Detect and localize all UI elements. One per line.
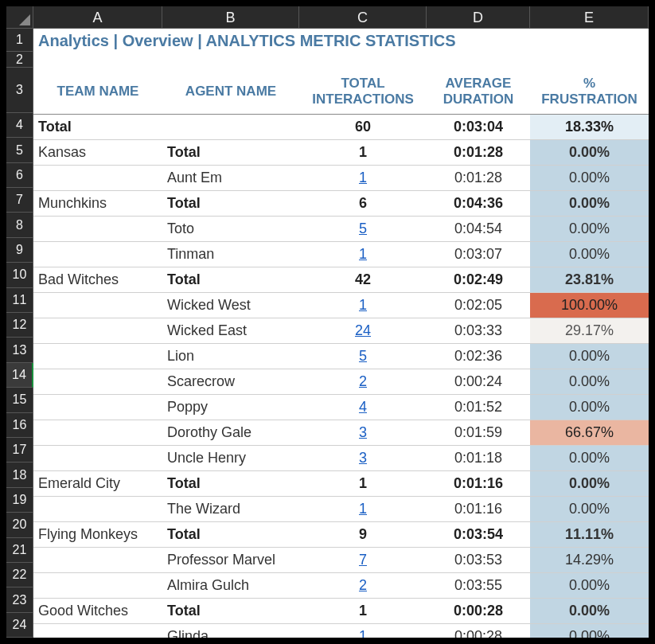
agent-name[interactable]: Tinman [162, 242, 299, 267]
agent-interactions[interactable]: 7 [299, 548, 427, 573]
cell[interactable] [33, 369, 162, 395]
agent-name[interactable]: Scarecrow [162, 369, 299, 395]
agent-duration[interactable]: 0:03:07 [427, 242, 530, 267]
interactions-link[interactable]: 7 [359, 552, 367, 568]
agent-name[interactable]: Wicked East [162, 318, 299, 344]
agent-interactions[interactable]: 4 [299, 395, 427, 420]
cell[interactable] [33, 573, 162, 599]
agent-interactions[interactable]: 5 [299, 217, 427, 242]
row-header-13[interactable]: 13 [6, 338, 33, 362]
agent-duration[interactable]: 0:04:54 [427, 217, 530, 242]
row-header-2[interactable]: 2 [6, 52, 33, 68]
row-header-14[interactable]: 14 [6, 363, 33, 388]
agent-frustration[interactable]: 0.00% [530, 395, 649, 420]
agent-duration[interactable]: 0:00:24 [427, 369, 530, 395]
agent-interactions[interactable]: 3 [299, 446, 427, 471]
agent-interactions[interactable]: 3 [299, 420, 427, 446]
agent-name[interactable]: Almira Gulch [162, 573, 299, 599]
agent-frustration[interactable]: 0.00% [530, 497, 649, 522]
interactions-link[interactable]: 1 [359, 297, 367, 314]
column-header-D[interactable]: D [427, 6, 530, 29]
agent-duration[interactable]: 0:02:36 [427, 344, 530, 369]
agent-frustration[interactable]: 100.00% [530, 293, 649, 318]
interactions-link[interactable]: 5 [359, 348, 367, 365]
cell[interactable] [33, 446, 162, 471]
agent-duration[interactable]: 0:01:18 [427, 446, 530, 471]
team-total-frustration[interactable]: 23.81% [530, 267, 649, 293]
interactions-link[interactable]: 3 [359, 424, 367, 441]
agent-frustration[interactable]: 66.67% [530, 420, 649, 446]
team-name[interactable]: Emerald City [33, 471, 162, 497]
interactions-link[interactable]: 4 [359, 399, 367, 416]
agent-frustration[interactable]: 0.00% [530, 344, 649, 369]
team-total-duration[interactable]: 0:00:28 [427, 599, 530, 624]
team-total-frustration[interactable]: 0.00% [530, 191, 649, 217]
interactions-link[interactable]: 5 [359, 221, 367, 237]
agent-frustration[interactable]: 0.00% [530, 573, 649, 599]
agent-name[interactable]: The Wizard [162, 497, 299, 522]
row-header-1[interactable]: 1 [6, 29, 33, 52]
team-total-frustration[interactable]: 0.00% [530, 471, 649, 497]
interactions-link[interactable]: 3 [359, 450, 367, 466]
agent-frustration[interactable]: 0.00% [530, 217, 649, 242]
column-header-C[interactable]: C [299, 6, 427, 29]
interactions-link[interactable]: 1 [359, 246, 367, 263]
cell[interactable] [33, 242, 162, 267]
team-name[interactable]: Good Witches [33, 599, 162, 624]
agent-frustration[interactable]: 0.00% [530, 369, 649, 395]
agent-interactions[interactable]: 1 [299, 624, 427, 638]
agent-name[interactable]: Uncle Henry [162, 446, 299, 471]
team-total-label[interactable]: Total [162, 191, 299, 217]
grand-total-frustration[interactable]: 18.33% [530, 115, 649, 140]
row-header-18[interactable]: 18 [6, 463, 33, 487]
agent-name[interactable]: Wicked West [162, 293, 299, 318]
row-header-9[interactable]: 9 [6, 238, 33, 263]
row-header-7[interactable]: 7 [6, 188, 33, 213]
team-total-label[interactable]: Total [162, 599, 299, 624]
row-header-5[interactable]: 5 [6, 138, 33, 162]
team-total-duration[interactable]: 0:01:28 [427, 140, 530, 166]
interactions-link[interactable]: 1 [359, 501, 367, 517]
cell[interactable] [33, 548, 162, 573]
agent-frustration[interactable]: 29.17% [530, 318, 649, 344]
agent-interactions[interactable]: 1 [299, 293, 427, 318]
team-total-interactions[interactable]: 1 [299, 140, 427, 166]
cell[interactable] [33, 166, 162, 191]
team-total-label[interactable]: Total [162, 267, 299, 293]
cell[interactable] [33, 420, 162, 446]
team-total-interactions[interactable]: 9 [299, 522, 427, 548]
agent-duration[interactable]: 0:01:16 [427, 497, 530, 522]
agent-duration[interactable]: 0:02:05 [427, 293, 530, 318]
row-header-3[interactable]: 3 [6, 68, 33, 113]
blank-cell[interactable] [162, 53, 299, 68]
cell[interactable] [162, 115, 299, 140]
team-name[interactable]: Flying Monkeys [33, 522, 162, 548]
agent-name[interactable]: Toto [162, 217, 299, 242]
row-header-20[interactable]: 20 [6, 513, 33, 537]
team-total-interactions[interactable]: 6 [299, 191, 427, 217]
row-header-15[interactable]: 15 [6, 388, 33, 412]
spreadsheet-grid[interactable]: Analytics | Overview | ANALYTICS METRIC … [33, 29, 649, 638]
row-header-16[interactable]: 16 [6, 413, 33, 438]
interactions-link[interactable]: 24 [355, 322, 371, 339]
team-total-frustration[interactable]: 11.11% [530, 522, 649, 548]
row-header-23[interactable]: 23 [6, 587, 33, 612]
column-header-E[interactable]: E [530, 6, 649, 29]
row-header-10[interactable]: 10 [6, 263, 33, 287]
row-header-21[interactable]: 21 [6, 538, 33, 563]
row-header-6[interactable]: 6 [6, 163, 33, 188]
agent-duration[interactable]: 0:03:55 [427, 573, 530, 599]
agent-frustration[interactable]: 0.00% [530, 166, 649, 191]
agent-interactions[interactable]: 1 [299, 242, 427, 267]
cell[interactable] [33, 293, 162, 318]
agent-interactions[interactable]: 1 [299, 497, 427, 522]
blank-cell[interactable] [33, 53, 162, 68]
column-title-E[interactable]: % FRUSTRATION [530, 68, 649, 115]
select-all-triangle[interactable] [6, 6, 33, 29]
cell[interactable] [33, 624, 162, 638]
column-header-B[interactable]: B [162, 6, 299, 29]
agent-duration[interactable]: 0:01:52 [427, 395, 530, 420]
cell[interactable] [33, 318, 162, 344]
team-total-label[interactable]: Total [162, 522, 299, 548]
team-name[interactable]: Bad Witches [33, 267, 162, 293]
